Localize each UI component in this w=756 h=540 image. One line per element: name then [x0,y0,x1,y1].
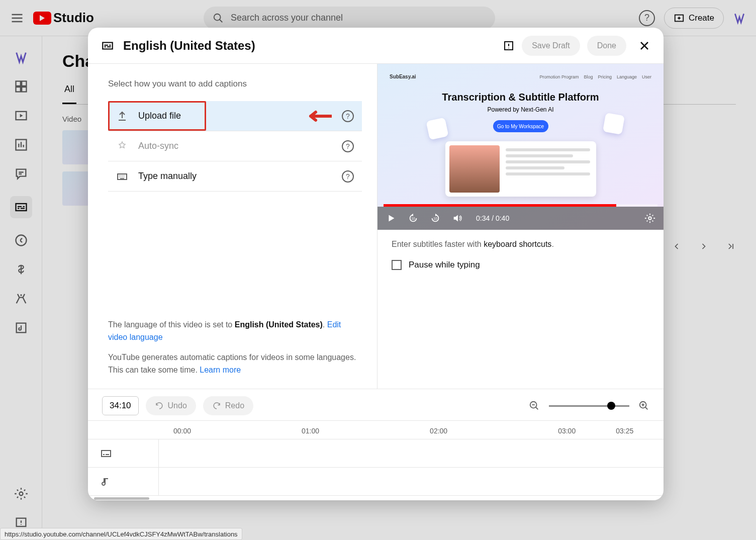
svg-rect-22 [102,451,111,457]
preview-brand: SubEasy.ai [390,74,416,79]
subtitles-icon [100,447,112,460]
report-icon[interactable] [503,40,515,52]
pause-while-typing-row: Pause while typing [377,253,664,277]
language-note: The language of this video is set to Eng… [108,319,362,344]
zoom-out-icon[interactable] [529,400,540,411]
redo-icon [212,401,221,410]
preview-float-icon [603,113,625,135]
close-icon[interactable] [638,40,650,52]
play-icon[interactable] [386,213,397,224]
modal-footer: 34:10 Undo Redo [88,389,664,420]
preview-float-icon [426,117,448,140]
modal-title: English (United States) [123,39,255,53]
keyboard-shortcuts-link[interactable]: keyboard shortcuts [484,240,551,248]
timeline: 00:00 01:00 02:00 03:00 03:25 [88,420,664,500]
svg-text:10: 10 [411,217,415,220]
volume-icon[interactable] [452,213,463,224]
timeline-ticks: 00:00 01:00 02:00 03:00 03:25 [88,421,664,439]
preview-headline: Transcription & Subtitle Platform [390,92,651,103]
auto-caption-note: YouTube generates automatic captions for… [108,351,362,377]
video-player[interactable]: SubEasy.ai Promotion ProgramBlogPricingL… [377,64,664,230]
preview-sub: Powered by Next-Gen AI [390,106,651,113]
preview-menu: Promotion ProgramBlogPricingLanguageUser [539,74,651,79]
rewind-10-icon[interactable]: 10 [408,213,419,224]
upload-icon [116,110,128,122]
player-controls: 10 10 0:34 / 0:40 [377,207,664,230]
svg-point-19 [648,217,651,220]
keyboard-icon [116,170,128,183]
svg-text:10: 10 [433,217,437,220]
timeline-scrollbar[interactable] [88,495,664,500]
option-label: Upload file [138,111,181,121]
keyboard-hint: Enter subtitles faster with keyboard sho… [377,230,664,253]
timecode-input[interactable]: 34:10 [102,396,139,415]
status-bar: https://studio.youtube.com/channel/UCLef… [0,528,242,540]
pause-label: Pause while typing [409,260,480,270]
help-icon[interactable]: ? [342,170,354,183]
redo-button[interactable]: Redo [203,396,253,415]
player-time: 0:34 / 0:40 [476,214,509,222]
modal-right: SubEasy.ai Promotion ProgramBlogPricingL… [377,64,664,389]
zoom-in-icon[interactable] [638,400,649,411]
undo-icon [155,401,164,410]
option-upload-file[interactable]: Upload file ? [108,101,362,131]
option-auto-sync[interactable]: Auto-sync ? [108,131,362,161]
option-list: Upload file ? Auto-sync ? Type manually … [108,101,362,192]
preview-cta: Go to My Workspace [493,120,548,132]
modal-header: English (United States) Save Draft Done [88,28,664,64]
preview-card [445,141,596,197]
captions-modal: English (United States) Save Draft Done … [88,28,664,500]
music-note-icon [100,476,112,488]
zoom-slider[interactable] [549,405,629,407]
option-label: Auto-sync [138,141,178,151]
help-icon[interactable]: ? [342,110,354,122]
help-icon[interactable]: ? [342,140,354,152]
autosync-icon [116,140,128,152]
option-type-manually[interactable]: Type manually ? [108,161,362,192]
forward-10-icon[interactable]: 10 [430,213,441,224]
save-draft-button[interactable]: Save Draft [522,36,580,56]
select-text: Select how you want to add captions [108,79,362,89]
subtitles-icon [101,39,114,52]
pause-checkbox[interactable] [392,260,402,270]
undo-button[interactable]: Undo [146,396,196,415]
timeline-caption-track[interactable] [88,439,664,467]
arrow-annotation [307,109,332,123]
done-button[interactable]: Done [587,36,626,56]
learn-more-link[interactable]: Learn more [200,366,241,374]
modal-left: Select how you want to add captions Uplo… [88,64,377,389]
player-settings-icon[interactable] [644,213,655,224]
zoom-controls [529,400,649,411]
option-label: Type manually [138,171,197,182]
timeline-audio-track[interactable] [88,467,664,495]
